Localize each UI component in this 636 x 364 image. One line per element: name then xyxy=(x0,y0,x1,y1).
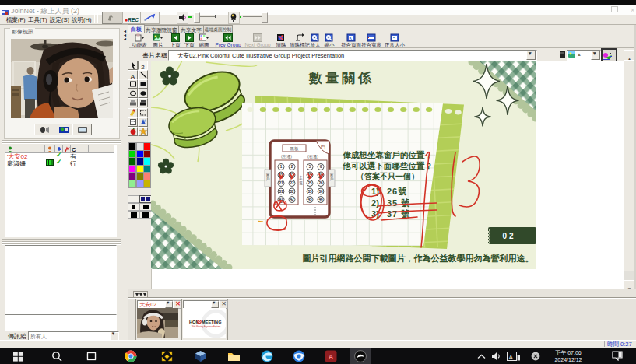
svg-text:Web Meeting Anywhere Anytime: Web Meeting Anywhere Anytime xyxy=(192,325,221,328)
svg-text:1: 1 xyxy=(280,165,283,169)
svg-text:6: 6 xyxy=(320,165,322,169)
svg-text:5: 5 xyxy=(309,165,311,169)
svg-text:26: 26 xyxy=(318,181,323,185)
svg-text:46: 46 xyxy=(318,198,323,201)
svg-text:42: 42 xyxy=(290,198,294,201)
svg-text:25: 25 xyxy=(307,181,312,185)
svg-text:戶: 戶 xyxy=(330,177,334,181)
svg-text:（答案不只一個）: （答案不只一個） xyxy=(357,172,419,180)
svg-text:35: 35 xyxy=(307,190,312,194)
svg-text:MEETING: MEETING xyxy=(202,320,221,324)
svg-text:戶: 戶 xyxy=(266,177,270,181)
svg-text:35 號: 35 號 xyxy=(387,198,410,208)
svg-text:22: 22 xyxy=(290,181,294,185)
svg-text:走: 走 xyxy=(299,175,303,180)
svg-text:(右邊): (右邊) xyxy=(307,154,318,159)
svg-text:A: A xyxy=(509,354,514,361)
svg-text:他可以選下面哪些位置？: 他可以選下面哪些位置？ xyxy=(342,161,433,170)
svg-text:26號: 26號 xyxy=(387,187,407,196)
svg-text:36: 36 xyxy=(318,190,323,194)
svg-text:道: 道 xyxy=(299,180,303,185)
svg-text:黑板: 黑板 xyxy=(290,146,300,151)
svg-text:21: 21 xyxy=(279,181,283,185)
svg-text:(左邊): (左邊) xyxy=(281,154,292,159)
svg-text:K: K xyxy=(350,36,353,40)
svg-text:02: 02 xyxy=(502,232,515,240)
svg-text:圖片引用網路公開下載圖片，作為公益教學用勿為營利用途。: 圖片引用網路公開下載圖片，作為公益教學用勿為營利用途。 xyxy=(303,254,534,263)
svg-text:A: A xyxy=(329,353,334,361)
svg-text:數量關係: 數量關係 xyxy=(308,71,374,86)
svg-text:31: 31 xyxy=(279,190,283,194)
svg-text:偉成想坐靠窗戶的位置，: 偉成想坐靠窗戶的位置， xyxy=(342,150,433,159)
svg-text:門: 門 xyxy=(321,145,325,149)
svg-text:2: 2 xyxy=(291,165,293,169)
svg-text:45: 45 xyxy=(307,198,312,201)
svg-text:32: 32 xyxy=(290,190,294,194)
